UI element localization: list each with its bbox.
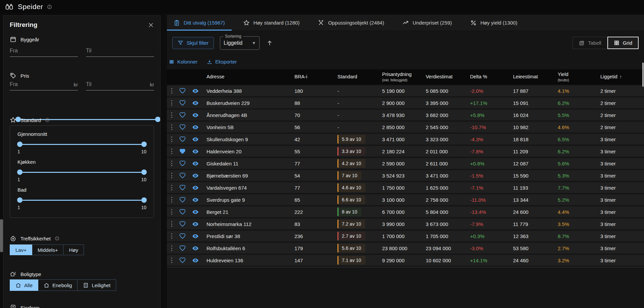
- byggear-fra-input[interactable]: [10, 48, 78, 54]
- info-icon[interactable]: [45, 118, 50, 122]
- watch-button[interactable]: [191, 112, 199, 118]
- pris-til-field[interactable]: kr: [86, 81, 154, 90]
- gjennomsnitt-slider[interactable]: [17, 142, 146, 147]
- header-bra[interactable]: BRA-i: [294, 74, 337, 80]
- watch-button[interactable]: [191, 172, 199, 179]
- info-icon[interactable]: [47, 4, 52, 9]
- watch-button[interactable]: [191, 88, 199, 94]
- pris-fra-input[interactable]: [10, 81, 78, 87]
- favorite-button[interactable]: [179, 136, 186, 143]
- favorite-button[interactable]: [179, 221, 186, 227]
- watch-button[interactable]: [191, 100, 199, 106]
- favorite-button[interactable]: [179, 172, 186, 179]
- watch-button[interactable]: [191, 233, 199, 239]
- table-row[interactable]: Haldenveien 20553.3 av 102 180 2242 011 …: [167, 146, 644, 157]
- table-row[interactable]: Norheimsmarka 112837.2 av 103 990 0003 6…: [167, 219, 644, 229]
- tab-ditt-utvalg[interactable]: Ditt utvalg (15967): [167, 15, 232, 31]
- boligtype-option-leilighet[interactable]: Leilighet: [78, 279, 116, 291]
- header-standard[interactable]: Standard: [337, 74, 382, 80]
- header-delta[interactable]: Delta %: [470, 74, 513, 80]
- favorite-button[interactable]: [179, 196, 186, 203]
- row-menu-button[interactable]: [170, 99, 174, 107]
- favorite-button[interactable]: [179, 87, 186, 94]
- sort-direction-button[interactable]: [266, 40, 273, 46]
- row-menu-button[interactable]: [170, 111, 174, 119]
- row-menu-button[interactable]: [170, 196, 174, 204]
- slider-handle-max[interactable]: [141, 142, 147, 147]
- table-view-button[interactable]: Tabell: [572, 37, 607, 49]
- pris-til-input[interactable]: [86, 81, 154, 87]
- tab-underpriset[interactable]: Underpriset (259): [396, 15, 459, 31]
- row-menu-button[interactable]: [170, 257, 174, 264]
- favorite-button[interactable]: [179, 257, 186, 264]
- table-row[interactable]: Berget 212228 av 106 700 0005 804 000-13…: [167, 206, 644, 217]
- header-yield[interactable]: Yield (brutto): [558, 72, 600, 82]
- table-row[interactable]: Huldreveien 1361477.1 av 109 290 00010 6…: [167, 255, 644, 266]
- table-row[interactable]: Vardalsvegen 674774.6 av 101 750 0001 62…: [167, 182, 644, 193]
- favorite-button[interactable]: [179, 208, 186, 215]
- pris-fra-field[interactable]: kr: [10, 81, 78, 90]
- favorite-button[interactable]: [179, 112, 186, 118]
- favorite-button[interactable]: [179, 160, 186, 167]
- tab-hoy-yield[interactable]: Høy yield (1300): [463, 15, 524, 31]
- table-row[interactable]: Skullerudskogen 9425.9 av 103 471 0003 3…: [167, 134, 644, 145]
- table-row[interactable]: Prestlidi sør 382362.7 av 101 700 0001 7…: [167, 231, 644, 241]
- watch-button[interactable]: [191, 245, 199, 252]
- boligtype-option-alle[interactable]: Alle: [10, 279, 38, 291]
- table-row[interactable]: Vonheim 5B56-2 850 0002 545 000-10.7%10 …: [167, 122, 644, 132]
- row-menu-button[interactable]: [170, 220, 174, 228]
- row-menu-button[interactable]: [170, 184, 174, 192]
- slider-handle-max[interactable]: [141, 197, 147, 203]
- row-menu-button[interactable]: [170, 208, 174, 216]
- hide-filter-button[interactable]: Skjul filter: [172, 37, 214, 49]
- header-adresse[interactable]: Adresse: [206, 74, 294, 80]
- table-row[interactable]: Vedderheia 388180-5 190 0005 085 000-2.0…: [167, 85, 644, 96]
- tab-hoy-standard[interactable]: Høy standard (1280): [236, 15, 307, 31]
- export-button[interactable]: Eksporter: [207, 59, 237, 65]
- watch-button[interactable]: [191, 148, 199, 155]
- watch-button[interactable]: [191, 185, 199, 191]
- table-scrollbar[interactable]: [642, 63, 644, 87]
- slider-handle-max[interactable]: [155, 117, 160, 122]
- table-row[interactable]: Bjørnebærstien 69547 av 103 524 9233 471…: [167, 170, 644, 181]
- row-menu-button[interactable]: [170, 123, 174, 131]
- header-liggetid[interactable]: Liggetid↑: [600, 74, 644, 80]
- row-menu-button[interactable]: [170, 148, 174, 155]
- favorite-button[interactable]: [179, 148, 186, 155]
- close-icon[interactable]: [148, 22, 154, 28]
- watch-button[interactable]: [191, 209, 199, 215]
- watch-button[interactable]: [191, 124, 199, 130]
- watch-button[interactable]: [191, 160, 199, 167]
- sidebar-scrollbar[interactable]: [0, 219, 3, 252]
- slider-handle-min[interactable]: [17, 169, 22, 175]
- boligtype-option-enebolig[interactable]: Enebolig: [38, 279, 78, 291]
- row-menu-button[interactable]: [170, 160, 174, 167]
- row-menu-button[interactable]: [170, 244, 174, 252]
- row-menu-button[interactable]: [170, 172, 174, 180]
- favorite-button[interactable]: [179, 233, 186, 239]
- favorite-button[interactable]: [179, 245, 186, 252]
- watch-button[interactable]: [191, 257, 199, 264]
- table-row[interactable]: Ånnerudhagen 4B70-3 478 9303 682 000+5.8…: [167, 110, 644, 120]
- favorite-button[interactable]: [179, 184, 186, 191]
- kjokken-slider[interactable]: [17, 169, 146, 175]
- row-menu-button[interactable]: [170, 87, 174, 95]
- header-prisantydning[interactable]: Prisantydning (inkl. fellesgjeld): [382, 72, 426, 82]
- header-leieestimat[interactable]: Leieestimat: [513, 74, 558, 80]
- grid-view-button[interactable]: Grid: [607, 37, 639, 49]
- treffsikkerhet-option-middels[interactable]: Middels+: [32, 244, 63, 255]
- row-menu-button[interactable]: [170, 136, 174, 143]
- watch-button[interactable]: [191, 221, 199, 227]
- bad-slider[interactable]: [17, 197, 146, 203]
- byggear-til-field[interactable]: [86, 48, 154, 57]
- favorite-button[interactable]: [179, 100, 186, 106]
- table-row[interactable]: Rolfsbuktalléen 61795.6 av 1023 800 0002…: [167, 243, 644, 254]
- slider-handle-max[interactable]: [141, 169, 147, 175]
- slider-handle-min[interactable]: [17, 142, 22, 147]
- watch-button[interactable]: [191, 197, 199, 203]
- slider-handle-min[interactable]: [17, 197, 22, 203]
- favorite-button[interactable]: [179, 124, 186, 130]
- table-row[interactable]: Buskerudveien 22988-2 900 0003 395 000+1…: [167, 98, 644, 108]
- row-menu-button[interactable]: [170, 232, 174, 240]
- info-icon[interactable]: [55, 236, 59, 241]
